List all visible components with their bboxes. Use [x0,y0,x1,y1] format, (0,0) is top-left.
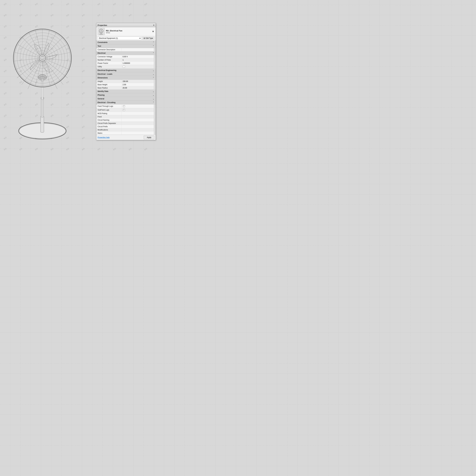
prop-value-9-1[interactable] [122,108,154,112]
category-dropdown[interactable]: Electrical Equipment (1) [98,37,141,40]
section-header-3[interactable]: Electrical Engineering⌄ [96,68,156,72]
prop-value-9-7 [122,129,154,130]
svg-line-30 [15,52,42,58]
watermark: RD [113,147,117,151]
svg-line-20 [42,58,63,85]
watermark: RD [19,2,23,6]
prop-scrollbar-5-0 [154,80,156,83]
prop-value-9-5 [122,123,154,124]
thumbnail [98,28,105,35]
prop-value-9-3 [122,116,154,117]
edit-type-button[interactable]: ⊞ Edit Type [142,37,154,40]
section-toggle-9[interactable]: ⌃ [153,101,154,104]
prop-value-9-4 [122,119,154,120]
section-toggle-0[interactable]: ⌃ [153,41,154,44]
section-label-5: Dimensions [98,77,108,79]
prop-label-9-4: Circuit Naming [96,119,122,121]
prop-value-9-2 [122,113,154,114]
watermark: RD [50,2,54,6]
close-button[interactable]: × [153,24,154,26]
panel-content[interactable]: Constraints⌃Text⌃Connector DescriptionEl… [96,41,156,135]
prop-checkbox-9-0[interactable] [123,105,125,107]
section-header-4[interactable]: Electrical - Loads⌄ [96,72,156,76]
section-toggle-6[interactable]: ⌄ [153,90,154,93]
svg-line-25 [28,58,42,89]
prop-scrollbar-9-2 [154,112,156,115]
watermark: RD [66,147,70,151]
prop-label-9-8: Mains [96,132,122,135]
section-toggle-3[interactable]: ⌄ [153,69,154,71]
section-label-1: Text [98,45,101,47]
prop-row-2-2: Power Factor1.000000 [96,62,156,65]
svg-line-55 [100,31,101,32]
watermark: RD [19,147,23,151]
edit-type-label: Edit Type [146,37,153,39]
section-header-0[interactable]: Constraints⌃ [96,41,156,44]
prop-label-9-6: Circuit Prefix [96,125,122,128]
section-toggle-2[interactable]: ⌃ [153,52,154,54]
section-header-7[interactable]: Phasing⌄ [96,93,156,97]
watermark: RD [82,47,85,51]
watermark: RD [144,147,148,151]
prop-scrollbar-9-4 [154,119,156,121]
panel-titlebar: Properties × [96,23,156,27]
prop-checkbox-9-1[interactable] [123,109,125,111]
watermark: RD [35,2,38,6]
prop-label-1-0: Connector Description [96,48,122,51]
section-toggle-7[interactable]: ⌄ [153,94,154,96]
section-header-1[interactable]: Text⌃ [96,44,156,48]
section-header-5[interactable]: Dimensions⌃ [96,76,156,80]
svg-rect-48 [41,79,43,82]
prop-scrollbar-9-7 [154,128,156,131]
prop-value-2-1: 1 [122,58,154,61]
prop-label-9-0: Feed Through Lugs [96,105,122,108]
prop-label-9-1: SubFeed Lugs [96,108,122,111]
prop-value-1-0 [122,49,154,50]
panel-header-arrow[interactable]: ▼ [152,30,154,33]
svg-rect-2 [41,116,44,132]
apply-button[interactable]: Apply [144,136,154,139]
prop-scrollbar-9-0 [154,104,156,108]
section-label-4: Electrical - Loads [98,73,112,75]
section-toggle-5[interactable]: ⌃ [153,77,154,79]
prop-row-2-0: Connector Voltage0.00 V [96,55,156,58]
prop-value-9-8 [122,133,154,134]
watermark: RD [97,13,101,17]
prop-value-9-6 [122,126,154,127]
prop-scrollbar-9-3 [154,115,156,118]
prop-value-2-3[interactable] [122,65,154,68]
prop-scrollbar-9-8 [154,132,156,135]
properties-help-link[interactable]: Properties help [98,136,110,138]
watermark: RD [82,2,85,6]
prop-value-9-0[interactable] [122,104,154,108]
prop-label-9-3: Feed [96,115,122,118]
svg-line-22 [42,58,51,86]
prop-label-9-5: Circuit Prefix Separator [96,122,122,125]
prop-row-1-0: Connector Description [96,48,156,51]
section-label-0: Constraints [98,41,108,43]
prop-scrollbar-2-1 [154,58,156,61]
watermark: RD [113,13,117,17]
prop-scrollbar-1-0 [154,48,156,51]
panel-footer: Properties help Apply [96,135,156,140]
prop-checkbox-2-3[interactable] [123,66,125,68]
section-toggle-8[interactable]: ⌄ [153,98,154,100]
section-header-9[interactable]: Electrical - Circuiting⌃ [96,101,156,104]
prop-row-9-0: Feed Through Lugs [96,104,156,108]
watermark: RD [3,2,7,6]
svg-line-17 [42,58,71,61]
section-header-6[interactable]: Identity Data⌄ [96,89,156,93]
watermark: RD [82,13,85,17]
section-toggle-1[interactable]: ⌃ [153,45,154,47]
section-toggle-4[interactable]: ⌄ [153,73,154,75]
prop-label-2-0: Connector Voltage [96,55,122,58]
watermark: RD [82,25,85,28]
section-header-8[interactable]: General⌄ [96,97,156,101]
prop-row-9-6: Circuit Prefix [96,125,156,128]
prop-row-5-2: Base Radius20.00 [96,86,156,89]
section-header-2[interactable]: Electrical⌃ [96,51,156,55]
watermark: RD [82,58,85,62]
watermark: RD [66,2,70,6]
section-label-9: Electrical - Circuiting [98,102,116,103]
prop-row-9-2: MCB Rating [96,112,156,115]
